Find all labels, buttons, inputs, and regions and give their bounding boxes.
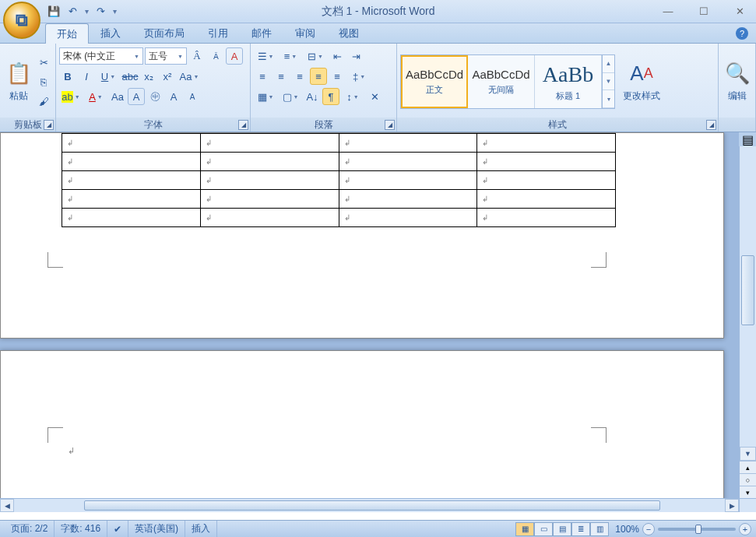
justify-button[interactable]: ≡ bbox=[310, 68, 327, 85]
page-2[interactable]: ↲ bbox=[0, 350, 724, 498]
tab-home[interactable]: 开始 bbox=[45, 23, 89, 44]
paste-button[interactable]: 📋 粘贴 bbox=[3, 46, 33, 118]
table-row[interactable]: ↲↲↲↲ bbox=[62, 171, 616, 190]
text-direction-button[interactable]: ↕▼ bbox=[341, 88, 364, 105]
scroll-right-button[interactable]: ▶ bbox=[725, 499, 739, 512]
style-no-spacing[interactable]: AaBbCcDd 无间隔 bbox=[468, 55, 535, 108]
table-row[interactable]: ↲↲↲↲ bbox=[62, 190, 616, 209]
word-count-status[interactable]: 字数: 416 bbox=[55, 521, 107, 537]
borders-button[interactable]: ▢▼ bbox=[279, 88, 302, 105]
browse-object-button[interactable]: ○ bbox=[740, 473, 756, 486]
spell-check-status[interactable]: ✔ bbox=[107, 521, 128, 537]
align-center-button[interactable]: ≡ bbox=[273, 68, 290, 85]
shrink-font-button[interactable]: Ǎ bbox=[207, 47, 224, 65]
zoom-out-button[interactable]: − bbox=[642, 523, 655, 535]
vscroll-thumb[interactable] bbox=[741, 255, 754, 325]
outline-view[interactable]: ≣ bbox=[571, 522, 590, 536]
clipboard-launcher[interactable]: ◢ bbox=[44, 120, 54, 130]
page-1[interactable]: ↲↲↲↲ ↲↲↲↲ ↲↲↲↲ ↲↲↲↲ ↲↲↲↲ bbox=[0, 132, 724, 339]
zoom-thumb[interactable] bbox=[695, 525, 701, 534]
language-status[interactable]: 英语(美国) bbox=[128, 521, 185, 537]
style-heading1[interactable]: AaBb 标题 1 bbox=[535, 55, 602, 108]
gallery-down[interactable]: ▼ bbox=[603, 73, 614, 91]
table-row[interactable]: ↲↲↲↲ bbox=[62, 153, 616, 171]
bold-button[interactable]: B bbox=[59, 68, 76, 85]
font-size-combo[interactable]: 五号▼ bbox=[145, 47, 187, 65]
highlight-button[interactable]: ab▼ bbox=[59, 88, 83, 105]
save-button[interactable]: 💾 bbox=[45, 3, 62, 20]
horizontal-scrollbar[interactable]: ◀ ▶ bbox=[0, 498, 739, 512]
underline-button[interactable]: U▼ bbox=[97, 68, 120, 85]
table-row[interactable]: ↲↲↲↲ bbox=[62, 134, 616, 153]
full-screen-view[interactable]: ▭ bbox=[534, 522, 553, 536]
show-marks-button[interactable]: ¶ bbox=[322, 88, 339, 105]
tab-mailings[interactable]: 邮件 bbox=[240, 23, 283, 43]
multilevel-list-button[interactable]: ⊟▼ bbox=[304, 47, 327, 65]
paragraph-launcher[interactable]: ◢ bbox=[385, 120, 395, 130]
page-status[interactable]: 页面: 2/2 bbox=[5, 521, 55, 537]
close-button[interactable]: ✕ bbox=[726, 3, 753, 20]
grow-font-button[interactable]: Â bbox=[188, 47, 206, 65]
draft-view[interactable]: ▥ bbox=[590, 522, 609, 536]
hscroll-thumb[interactable] bbox=[84, 500, 660, 511]
sort-button[interactable]: A↓ bbox=[304, 88, 321, 105]
zoom-slider[interactable] bbox=[658, 528, 736, 531]
insert-mode-status[interactable]: 插入 bbox=[185, 521, 217, 537]
vscroll-track[interactable] bbox=[740, 146, 756, 447]
undo-button[interactable]: ↶ bbox=[64, 3, 81, 20]
asian-layout-button[interactable]: ✕ bbox=[366, 88, 383, 105]
prev-page-button[interactable]: ▴ bbox=[740, 461, 756, 473]
gallery-up[interactable]: ▲ bbox=[603, 55, 614, 73]
line-spacing-button[interactable]: ‡▼ bbox=[347, 68, 371, 85]
maximize-button[interactable]: ☐ bbox=[691, 3, 717, 20]
character-scaling-button[interactable]: Aa bbox=[109, 88, 126, 105]
table-row[interactable]: ↲↲↲↲ bbox=[62, 209, 616, 227]
gallery-more[interactable]: ▾ bbox=[603, 90, 614, 108]
change-case-button[interactable]: Aa▼ bbox=[178, 68, 201, 85]
numbering-button[interactable]: ≡▼ bbox=[279, 47, 302, 65]
font-name-combo[interactable]: 宋体 (中文正▼ bbox=[59, 47, 143, 65]
find-button[interactable]: 🔍 编辑 bbox=[722, 46, 752, 118]
increase-indent-button[interactable]: ⇥ bbox=[347, 47, 364, 65]
web-layout-view[interactable]: ▤ bbox=[553, 522, 571, 536]
distribute-button[interactable]: ≡ bbox=[329, 68, 346, 85]
change-styles-button[interactable]: AA 更改样式 bbox=[620, 61, 663, 103]
italic-button[interactable]: I bbox=[78, 68, 95, 85]
tab-references[interactable]: 引用 bbox=[196, 23, 240, 43]
decrease-indent-button[interactable]: ⇤ bbox=[329, 47, 346, 65]
superscript-button[interactable]: x² bbox=[159, 68, 176, 85]
ruler-toggle[interactable]: ▤ bbox=[739, 132, 756, 146]
redo-button[interactable]: ↷ bbox=[92, 3, 109, 20]
clear-formatting-button[interactable]: A bbox=[226, 47, 243, 65]
character-border-button[interactable]: A bbox=[165, 88, 182, 105]
document-viewport[interactable]: ↲↲↲↲ ↲↲↲↲ ↲↲↲↲ ↲↲↲↲ ↲↲↲↲ ↲ bbox=[0, 132, 739, 498]
vertical-scrollbar[interactable]: ▲ ▼ ▴ ○ ▾ bbox=[739, 132, 756, 498]
subscript-button[interactable]: x₂ bbox=[140, 68, 157, 85]
help-icon[interactable]: ? bbox=[736, 27, 748, 40]
font-launcher[interactable]: ◢ bbox=[238, 120, 248, 130]
phonetic-guide-button[interactable]: A bbox=[128, 88, 145, 105]
style-normal[interactable]: AaBbCcDd 正文 bbox=[401, 55, 468, 108]
copy-button[interactable]: ⎘ bbox=[35, 73, 52, 90]
print-layout-view[interactable]: ▦ bbox=[515, 522, 534, 536]
scroll-left-button[interactable]: ◀ bbox=[0, 499, 14, 512]
office-button[interactable]: ⧉ bbox=[3, 2, 40, 39]
styles-launcher[interactable]: ◢ bbox=[706, 120, 716, 130]
qat-dropdown[interactable]: ▾ bbox=[83, 3, 90, 20]
shading-button[interactable]: ▦▼ bbox=[254, 88, 277, 105]
minimize-button[interactable]: — bbox=[655, 3, 681, 20]
tab-review[interactable]: 审阅 bbox=[283, 23, 327, 43]
strikethrough-button[interactable]: abc bbox=[121, 68, 139, 85]
tab-view[interactable]: 视图 bbox=[327, 23, 371, 43]
bullets-button[interactable]: ☰▼ bbox=[254, 47, 277, 65]
zoom-in-button[interactable]: + bbox=[739, 523, 751, 535]
align-right-button[interactable]: ≡ bbox=[291, 68, 308, 85]
document-table[interactable]: ↲↲↲↲ ↲↲↲↲ ↲↲↲↲ ↲↲↲↲ ↲↲↲↲ bbox=[62, 133, 616, 227]
hscroll-track[interactable] bbox=[14, 499, 725, 512]
scroll-down-button[interactable]: ▼ bbox=[740, 447, 756, 461]
tab-page-layout[interactable]: 页面布局 bbox=[132, 23, 196, 43]
character-shading-button[interactable]: A bbox=[184, 88, 201, 105]
tab-insert[interactable]: 插入 bbox=[89, 23, 132, 43]
align-left-button[interactable]: ≡ bbox=[254, 68, 271, 85]
format-painter-button[interactable]: 🖌 bbox=[35, 93, 52, 110]
